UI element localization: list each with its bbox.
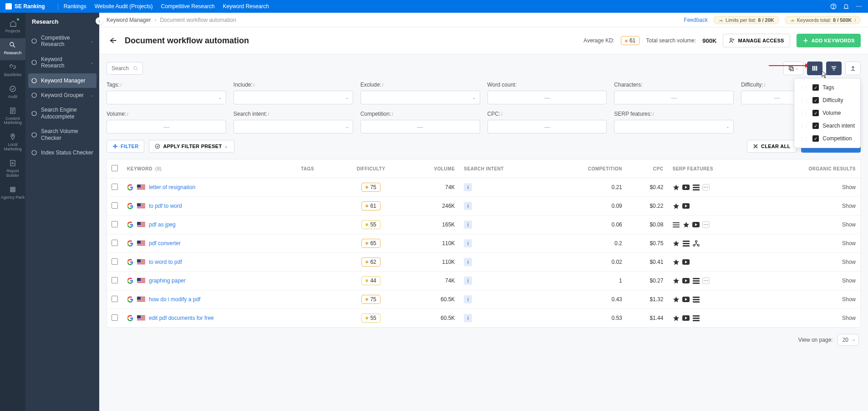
column-toggle-item[interactable]: ⋮⋮✓Difficulty	[794, 94, 860, 107]
add-keywords-button[interactable]: ADD KEYWORDS	[797, 34, 861, 47]
more-icon[interactable]	[855, 3, 863, 10]
topnav-item[interactable]: Rankings	[64, 3, 86, 10]
column-toggle-item[interactable]: ⋮⋮✓Competition	[794, 132, 860, 145]
breadcrumb-item[interactable]: Keyword Manager	[107, 17, 151, 23]
svg-rect-34	[833, 70, 835, 71]
col-intent[interactable]: SEARCH INTENT	[459, 159, 548, 178]
keyword-link[interactable]: edit pdf documents for free	[149, 315, 214, 321]
column-toggle-item[interactable]: ⋮⋮✓Volume	[794, 107, 860, 119]
keyword-link[interactable]: to word to pdf	[149, 259, 182, 265]
row-checkbox[interactable]	[112, 258, 118, 265]
sidebar-icon-research[interactable]: Research	[0, 38, 25, 60]
row-checkbox[interactable]	[112, 221, 118, 227]
col-difficulty[interactable]: DIFFICULTY	[337, 159, 405, 178]
search-toolbar-row: ⌄ ⋮⋮✓Tags⋮⋮✓Difficulty⋮⋮✓Vol	[107, 62, 861, 75]
youtube-icon	[682, 296, 690, 303]
feedback-link[interactable]: Feedback	[684, 17, 708, 23]
filter-input[interactable]: —	[487, 91, 607, 104]
keyword-link[interactable]: letter of resignation	[149, 184, 195, 190]
show-organic-link[interactable]: Show	[842, 296, 856, 303]
checkbox-checked-icon: ✓	[812, 97, 819, 103]
page-size-select[interactable]: 20	[838, 334, 859, 346]
filter-input[interactable]: ⌄	[360, 91, 480, 104]
filter-input[interactable]: ⌄	[233, 91, 353, 104]
sidebar-icon-content-marketing[interactable]: Content Marketing	[0, 104, 25, 130]
keyword-link[interactable]: pdf as jpeg	[149, 221, 176, 228]
row-checkbox[interactable]	[112, 184, 118, 190]
brand-name: SE Ranking	[15, 3, 45, 10]
flag-us-icon	[137, 297, 145, 302]
column-toggle-item[interactable]: ⋮⋮✓Search intent	[794, 119, 860, 132]
keyword-link[interactable]: graphing paper	[149, 277, 186, 284]
show-organic-link[interactable]: Show	[842, 259, 856, 265]
search-box[interactable]	[107, 62, 143, 75]
add-filter-button[interactable]: FILTER	[107, 140, 144, 153]
topnav-item[interactable]: Keyword Research	[223, 3, 269, 10]
col-volume[interactable]: VOLUME	[405, 159, 459, 178]
help-icon[interactable]	[830, 3, 837, 10]
back-button[interactable]	[107, 34, 119, 47]
filter-input[interactable]: ⌄	[107, 91, 226, 104]
row-checkbox[interactable]	[112, 240, 118, 246]
collapse-sidebar-button[interactable]: ‹	[96, 17, 103, 25]
show-organic-link[interactable]: Show	[842, 277, 856, 284]
brand-logo[interactable]: SE Ranking	[5, 3, 45, 10]
sidebar-menu-item[interactable]: Keyword Manager	[28, 73, 96, 88]
row-checkbox[interactable]	[112, 277, 118, 283]
col-competition[interactable]: COMPETITION	[548, 159, 627, 178]
manage-access-button[interactable]: MANAGE ACCESS	[723, 34, 790, 47]
youtube-icon	[682, 259, 690, 265]
filter-input[interactable]: ⌄	[233, 120, 353, 134]
bell-icon[interactable]	[843, 3, 850, 10]
filter-input[interactable]: —	[614, 91, 734, 104]
col-organic[interactable]: ORGANIC RESULTS	[758, 159, 860, 178]
row-checkbox[interactable]	[112, 314, 118, 321]
sidebar-icon-audit[interactable]: Audit	[0, 82, 25, 104]
menu-item-icon	[31, 59, 37, 66]
column-toggle-item[interactable]: ⋮⋮✓Tags	[794, 81, 860, 94]
filter-input[interactable]: —	[107, 120, 226, 134]
show-organic-link[interactable]: Show	[842, 315, 856, 321]
sidebar-icon-agency-pack[interactable]: Agency Pack	[0, 183, 25, 205]
svg-point-64	[707, 280, 708, 281]
show-organic-link[interactable]: Show	[842, 221, 856, 228]
select-all-checkbox[interactable]	[112, 165, 118, 171]
row-checkbox[interactable]	[112, 202, 118, 209]
clear-all-button[interactable]: CLEAR ALL	[747, 140, 797, 153]
sidebar-menu-item[interactable]: Index Status Checker	[25, 145, 99, 160]
upload-icon	[850, 65, 856, 72]
show-organic-link[interactable]: Show	[842, 240, 856, 247]
columns-button[interactable]	[807, 62, 822, 75]
show-organic-link[interactable]: Show	[842, 184, 856, 190]
search-input[interactable]	[112, 65, 133, 72]
sidebar-menu-item[interactable]: Search Volume Checker	[25, 124, 99, 145]
keyword-link[interactable]: pdf converter	[149, 240, 181, 247]
filter-input[interactable]: ⌄	[614, 120, 734, 134]
sidebar-menu-item[interactable]: Search Engine Autocomplete	[25, 103, 99, 124]
sidebar-menu-item[interactable]: Keyword Research⌄	[25, 52, 99, 73]
sidebar-icon-backlinks[interactable]: Backlinks	[0, 60, 25, 82]
sidebar-menu-item[interactable]: Keyword Grouper⌄	[25, 88, 99, 103]
export-button[interactable]	[845, 62, 861, 75]
sidebar-header: Research	[25, 13, 99, 31]
copy-dropdown-button[interactable]: ⌄	[783, 62, 803, 75]
topnav-item[interactable]: Competitive Research	[161, 3, 215, 10]
col-keyword[interactable]: KEYWORD (8)	[122, 159, 296, 178]
apply-preset-button[interactable]: APPLY FILTER PRESET ⌄	[149, 140, 234, 153]
row-checkbox[interactable]	[112, 296, 118, 302]
sidebar-icon-projects[interactable]: Projects	[0, 16, 25, 38]
gauge-icon	[790, 17, 795, 23]
col-serp[interactable]: SERP FEATURES	[668, 159, 758, 178]
sidebar-menu-item[interactable]: Competitive Research⌄	[25, 31, 99, 52]
show-organic-link[interactable]: Show	[842, 203, 856, 209]
sidebar-icon-local-marketing[interactable]: Local Marketing	[0, 130, 25, 156]
filter-toggle-button[interactable]	[826, 62, 842, 75]
col-tags[interactable]: TAGS	[296, 159, 337, 178]
filter-input[interactable]: —	[487, 120, 607, 134]
topnav-item[interactable]: Website Audit (Projects)	[95, 3, 153, 10]
sidebar-icon-report-builder[interactable]: Report Builder	[0, 156, 25, 183]
keyword-link[interactable]: to pdf to word	[149, 203, 182, 209]
keyword-link[interactable]: how do i modify a pdf	[149, 296, 200, 303]
filter-input[interactable]: —	[360, 120, 480, 134]
col-cpc[interactable]: CPC	[627, 159, 668, 178]
